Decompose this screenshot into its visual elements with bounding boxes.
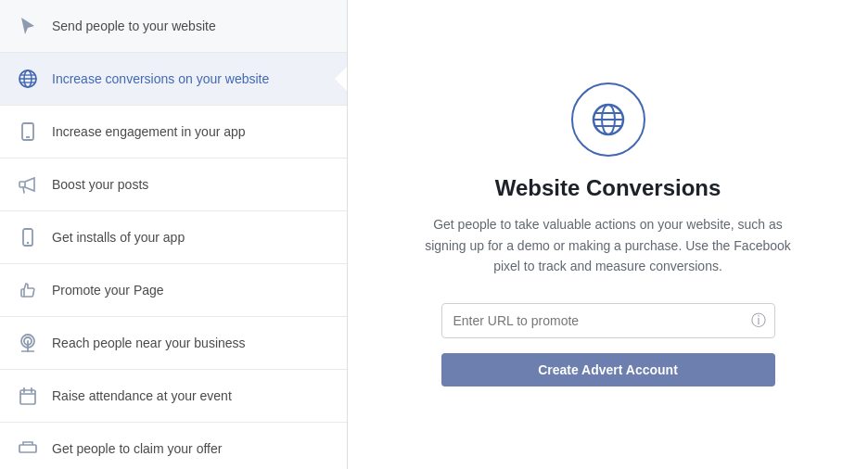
sidebar-item-promote-page[interactable]: Promote your Page (0, 264, 347, 317)
sidebar-item-increase-conversions[interactable]: Increase conversions on your website (0, 53, 347, 106)
create-advert-account-button[interactable]: Create Advert Account (441, 353, 775, 387)
sidebar: Send people to your websiteIncrease conv… (0, 0, 348, 469)
sidebar-item-increase-engagement[interactable]: Increase engagement in your app (0, 106, 347, 158)
sidebar-item-raise-attendance[interactable]: Raise attendance at your event (0, 370, 347, 423)
calendar-icon (15, 383, 41, 409)
globe-icon (590, 101, 627, 138)
mobile-icon (15, 224, 41, 250)
megaphone-icon (15, 171, 41, 197)
panel-title: Website Conversions (495, 175, 721, 201)
sidebar-item-label: Increase conversions on your website (52, 70, 269, 87)
sidebar-item-label: Get installs of your app (52, 229, 185, 246)
panel-description: Get people to take valuable actions on y… (414, 214, 803, 276)
svg-rect-7 (19, 182, 25, 187)
url-input[interactable] (441, 303, 775, 338)
sidebar-item-label: Raise attendance at your event (52, 387, 232, 404)
sidebar-item-label: Reach people near your business (52, 335, 246, 351)
sidebar-item-boost-posts[interactable]: Boost your posts (0, 158, 347, 211)
sidebar-item-label: Get people to claim your offer (52, 440, 222, 457)
sidebar-item-label: Promote your Page (52, 282, 164, 298)
cursor-icon (15, 13, 41, 39)
url-input-container: ⓘ (441, 303, 775, 338)
sidebar-item-send-people[interactable]: Send people to your website (0, 0, 347, 53)
pin-icon (15, 330, 41, 356)
tag-icon (15, 436, 41, 462)
svg-rect-17 (19, 445, 36, 452)
svg-rect-13 (20, 390, 35, 404)
thumbs-icon (15, 277, 41, 303)
sidebar-item-get-installs[interactable]: Get installs of your app (0, 211, 347, 264)
sidebar-item-reach-people[interactable]: Reach people near your business (0, 317, 347, 370)
panel-icon (571, 82, 645, 157)
svg-point-9 (27, 242, 29, 244)
sidebar-item-label: Send people to your website (52, 18, 216, 34)
globe-icon (15, 66, 41, 92)
main-panel: Website Conversions Get people to take v… (348, 0, 868, 469)
sidebar-item-label: Boost your posts (52, 176, 148, 193)
info-icon[interactable]: ⓘ (751, 311, 766, 330)
sidebar-item-claim-offer[interactable]: Get people to claim your offer (0, 423, 347, 469)
sidebar-item-label: Increase engagement in your app (52, 123, 246, 140)
app-icon (15, 119, 41, 145)
